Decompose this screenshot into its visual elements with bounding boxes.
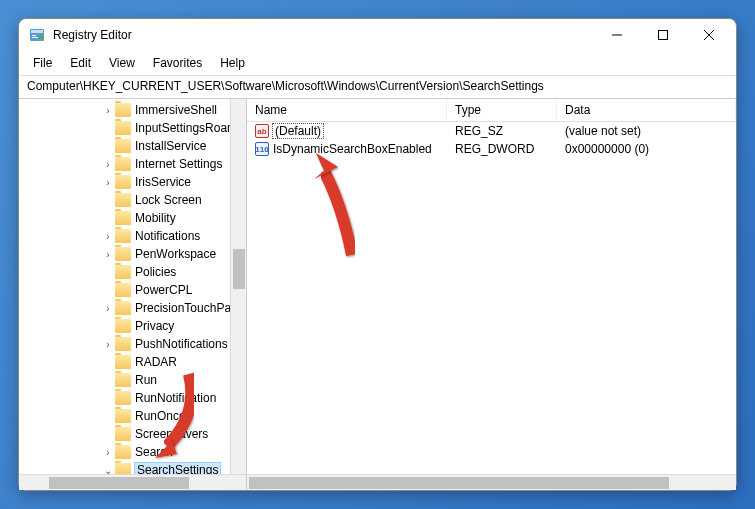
folder-icon [115, 301, 131, 315]
folder-icon [115, 139, 131, 153]
tree-item-label: Mobility [135, 211, 176, 225]
folder-icon [115, 355, 131, 369]
expander-icon[interactable]: › [101, 303, 115, 314]
expander-icon[interactable]: › [101, 339, 115, 350]
column-headers: Name Type Data [247, 99, 736, 122]
value-name: (Default) [273, 124, 323, 138]
tree-item[interactable]: RunNotification [19, 389, 246, 407]
column-header-data[interactable]: Data [557, 99, 736, 121]
tree-item-label: Internet Settings [135, 157, 222, 171]
folder-icon [115, 319, 131, 333]
menu-favorites[interactable]: Favorites [145, 53, 210, 73]
menu-edit[interactable]: Edit [62, 53, 99, 73]
folder-icon [115, 247, 131, 261]
tree-item-label: PowerCPL [135, 283, 192, 297]
tree-item[interactable]: ⌄SearchSettings [19, 461, 246, 474]
folder-icon [115, 337, 131, 351]
tree-item[interactable]: ›PrecisionTouchPad [19, 299, 246, 317]
scrollbar-thumb[interactable] [233, 249, 245, 289]
titlebar: Registry Editor [19, 19, 736, 51]
value-type: REG_DWORD [447, 142, 557, 156]
folder-icon [115, 463, 131, 474]
tree-item-label: Search [135, 445, 173, 459]
tree-item[interactable]: ›PushNotifications [19, 335, 246, 353]
tree-pane: ›ImmersiveShellInputSettingsRoamInstallS… [19, 99, 247, 490]
tree-item[interactable]: Privacy [19, 317, 246, 335]
tree-item[interactable]: Mobility [19, 209, 246, 227]
folder-icon [115, 157, 131, 171]
tree-item-label: RunNotification [135, 391, 216, 405]
values-horizontal-scrollbar[interactable] [247, 474, 736, 490]
value-row[interactable]: 110IsDynamicSearchBoxEnabledREG_DWORD0x0… [247, 140, 736, 158]
scrollbar-thumb[interactable] [249, 477, 669, 489]
folder-icon [115, 175, 131, 189]
tree-item[interactable]: Lock Screen [19, 191, 246, 209]
tree-item[interactable]: RADAR [19, 353, 246, 371]
tree-item[interactable]: PowerCPL [19, 281, 246, 299]
tree-item-label: ImmersiveShell [135, 103, 217, 117]
tree-item[interactable]: ›Search [19, 443, 246, 461]
expander-icon[interactable]: › [101, 249, 115, 260]
tree-item[interactable]: Screensavers [19, 425, 246, 443]
folder-icon [115, 103, 131, 117]
tree-item-label: PushNotifications [135, 337, 228, 351]
maximize-icon [658, 30, 668, 40]
tree-item-label: Privacy [135, 319, 174, 333]
folder-icon [115, 445, 131, 459]
dword-value-icon: 110 [255, 142, 269, 156]
tree-item-label: InputSettingsRoam [135, 121, 237, 135]
folder-icon [115, 373, 131, 387]
expander-icon[interactable]: ⌄ [101, 465, 115, 475]
tree-item-label: SearchSettings [135, 463, 220, 474]
address-bar[interactable]: Computer\HKEY_CURRENT_USER\Software\Micr… [19, 76, 736, 99]
menu-help[interactable]: Help [212, 53, 253, 73]
svg-point-4 [39, 35, 44, 40]
tree-item[interactable]: ›Internet Settings [19, 155, 246, 173]
expander-icon[interactable]: › [101, 177, 115, 188]
menu-view[interactable]: View [101, 53, 143, 73]
tree-item[interactable]: Run [19, 371, 246, 389]
content-area: ›ImmersiveShellInputSettingsRoamInstallS… [19, 99, 736, 490]
tree-horizontal-scrollbar[interactable] [19, 474, 246, 490]
menu-file[interactable]: File [25, 53, 60, 73]
close-button[interactable] [686, 20, 732, 50]
folder-icon [115, 409, 131, 423]
expander-icon[interactable]: › [101, 159, 115, 170]
tree-item-label: Notifications [135, 229, 200, 243]
folder-icon [115, 391, 131, 405]
folder-icon [115, 229, 131, 243]
window-title: Registry Editor [53, 28, 594, 42]
tree-item[interactable]: InstallService [19, 137, 246, 155]
column-header-name[interactable]: Name [247, 99, 447, 121]
expander-icon[interactable]: › [101, 105, 115, 116]
folder-icon [115, 211, 131, 225]
svg-rect-1 [31, 30, 43, 33]
app-icon [29, 27, 45, 43]
svg-rect-2 [32, 35, 36, 36]
registry-editor-window: Registry Editor File Edit View Favorites… [18, 18, 737, 491]
scrollbar-thumb[interactable] [49, 477, 189, 489]
tree-vertical-scrollbar[interactable] [230, 99, 246, 474]
folder-icon [115, 427, 131, 441]
tree-item-label: Screensavers [135, 427, 208, 441]
tree-item[interactable]: ›Notifications [19, 227, 246, 245]
expander-icon[interactable]: › [101, 231, 115, 242]
folder-icon [115, 265, 131, 279]
tree-item-label: PenWorkspace [135, 247, 216, 261]
folder-icon [115, 193, 131, 207]
tree-item[interactable]: Policies [19, 263, 246, 281]
tree-item-label: Lock Screen [135, 193, 202, 207]
value-type: REG_SZ [447, 124, 557, 138]
column-header-type[interactable]: Type [447, 99, 557, 121]
expander-icon[interactable]: › [101, 447, 115, 458]
tree-item[interactable]: ›PenWorkspace [19, 245, 246, 263]
tree-item[interactable]: ›IrisService [19, 173, 246, 191]
tree-list[interactable]: ›ImmersiveShellInputSettingsRoamInstallS… [19, 99, 246, 474]
values-list[interactable]: ab(Default)REG_SZ(value not set)110IsDyn… [247, 122, 736, 474]
minimize-button[interactable] [594, 20, 640, 50]
tree-item[interactable]: InputSettingsRoam [19, 119, 246, 137]
maximize-button[interactable] [640, 20, 686, 50]
value-row[interactable]: ab(Default)REG_SZ(value not set) [247, 122, 736, 140]
tree-item[interactable]: RunOnce [19, 407, 246, 425]
tree-item[interactable]: ›ImmersiveShell [19, 101, 246, 119]
